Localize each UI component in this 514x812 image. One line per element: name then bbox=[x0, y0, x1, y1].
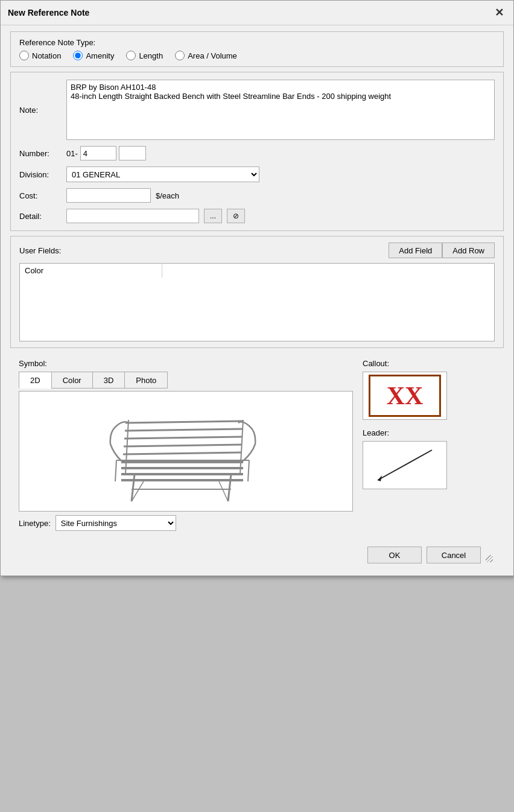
cost-input[interactable] bbox=[66, 188, 151, 203]
user-fields-section: User Fields: Add Field Add Row Color bbox=[10, 236, 504, 348]
division-row: Division: 01 GENERAL 02 SITE WORK 03 CON… bbox=[19, 167, 495, 182]
user-fields-table: Color bbox=[20, 264, 494, 278]
svg-line-18 bbox=[219, 481, 228, 501]
svg-line-15 bbox=[248, 460, 249, 481]
user-fields-buttons: Add Field Add Row bbox=[389, 243, 495, 258]
radio-notation-input[interactable] bbox=[19, 51, 29, 60]
user-field-value[interactable] bbox=[162, 264, 494, 278]
svg-line-3 bbox=[125, 429, 243, 431]
symbol-tab-2d[interactable]: 2D bbox=[19, 372, 51, 389]
note-row: Note: BRP by Bison AH101-48 48-inch Leng… bbox=[19, 80, 495, 140]
radio-length-input[interactable] bbox=[126, 51, 136, 60]
leader-preview bbox=[363, 441, 447, 489]
callout-display: XX bbox=[387, 381, 424, 410]
cost-row: Cost: $/each bbox=[19, 188, 495, 203]
radio-group: Notation Amenity Length Area / Volume bbox=[19, 51, 495, 60]
radio-length-label: Length bbox=[139, 51, 163, 60]
detail-row: Detail: ... ⊘ bbox=[19, 209, 495, 223]
linetype-row: Linetype: Site Furnishings Landscape Civ… bbox=[19, 515, 353, 531]
radio-notation-label: Notation bbox=[32, 51, 61, 60]
linetype-label: Linetype: bbox=[19, 519, 51, 528]
division-select[interactable]: 01 GENERAL 02 SITE WORK 03 CONCRETE 04 M… bbox=[66, 167, 259, 182]
cost-label: Cost: bbox=[19, 191, 62, 200]
svg-line-4 bbox=[124, 437, 242, 439]
callout-section: Callout: XX Leader: bbox=[363, 359, 495, 531]
symbol-tab-color[interactable]: Color bbox=[51, 372, 92, 389]
callout-group: Callout: XX bbox=[363, 359, 495, 420]
note-label: Note: bbox=[19, 106, 62, 115]
user-field-row: Color bbox=[20, 264, 494, 278]
radio-area-volume-label: Area / Volume bbox=[188, 51, 237, 60]
reference-note-type-section: Reference Note Type: Notation Amenity Le… bbox=[10, 31, 504, 67]
reference-note-type-label: Reference Note Type: bbox=[19, 38, 95, 47]
radio-area-volume[interactable]: Area / Volume bbox=[175, 51, 237, 60]
symbol-tabs: 2D Color 3D Photo bbox=[19, 372, 353, 389]
dialog-footer: OK Cancel bbox=[10, 542, 504, 569]
division-label: Division: bbox=[19, 170, 62, 179]
symbol-tab-photo[interactable]: Photo bbox=[124, 372, 168, 389]
callout-outer: XX bbox=[369, 375, 441, 417]
form-section: Note: BRP by Bison AH101-48 48-inch Leng… bbox=[10, 72, 504, 231]
dialog-title: New Reference Note bbox=[8, 8, 89, 17]
svg-line-1 bbox=[240, 420, 243, 474]
svg-line-2 bbox=[125, 421, 243, 423]
symbol-preview bbox=[19, 391, 353, 512]
number-prefix: 01- bbox=[66, 149, 78, 158]
svg-line-14 bbox=[115, 460, 116, 481]
cost-unit: $/each bbox=[156, 191, 179, 200]
add-field-button[interactable]: Add Field bbox=[389, 243, 442, 258]
detail-clear-button[interactable]: ⊘ bbox=[227, 209, 245, 223]
bottom-section: Symbol: 2D Color 3D Photo bbox=[10, 353, 504, 537]
number-input-2[interactable] bbox=[119, 146, 146, 160]
symbol-section: Symbol: 2D Color 3D Photo bbox=[19, 359, 353, 531]
leader-svg bbox=[369, 444, 441, 486]
symbol-label: Symbol: bbox=[19, 359, 353, 368]
svg-line-19 bbox=[378, 450, 432, 480]
note-textarea[interactable]: BRP by Bison AH101-48 48-inch Length Str… bbox=[66, 80, 495, 140]
user-fields-table-container: Color bbox=[19, 263, 495, 341]
new-reference-note-dialog: New Reference Note ✕ Reference Note Type… bbox=[0, 0, 514, 576]
number-input-1[interactable] bbox=[80, 146, 116, 160]
svg-line-6 bbox=[123, 452, 241, 454]
radio-amenity[interactable]: Amenity bbox=[73, 51, 114, 60]
user-fields-header: User Fields: Add Field Add Row bbox=[19, 243, 495, 258]
cancel-button[interactable]: Cancel bbox=[427, 547, 481, 563]
radio-amenity-input[interactable] bbox=[73, 51, 83, 60]
bench-svg bbox=[92, 396, 279, 507]
ok-button[interactable]: OK bbox=[367, 547, 422, 563]
linetype-select[interactable]: Site Furnishings Landscape Civil Archite… bbox=[56, 515, 176, 531]
detail-browse-button[interactable]: ... bbox=[204, 209, 222, 223]
add-row-button[interactable]: Add Row bbox=[442, 243, 495, 258]
svg-line-5 bbox=[124, 445, 241, 446]
svg-line-12 bbox=[228, 474, 231, 501]
radio-notation[interactable]: Notation bbox=[19, 51, 61, 60]
user-fields-label: User Fields: bbox=[19, 246, 61, 255]
radio-amenity-label: Amenity bbox=[86, 51, 114, 60]
leader-label: Leader: bbox=[363, 428, 495, 437]
number-inputs: 01- bbox=[66, 146, 146, 160]
symbol-tab-3d[interactable]: 3D bbox=[92, 372, 125, 389]
radio-length[interactable]: Length bbox=[126, 51, 163, 60]
title-bar: New Reference Note ✕ bbox=[1, 1, 513, 25]
radio-area-volume-input[interactable] bbox=[175, 51, 185, 60]
detail-label: Detail: bbox=[19, 212, 62, 221]
leader-group: Leader: bbox=[363, 428, 495, 489]
number-row: Number: 01- bbox=[19, 146, 495, 160]
resize-grip bbox=[486, 555, 493, 562]
detail-input[interactable] bbox=[66, 209, 199, 223]
user-field-key: Color bbox=[20, 264, 162, 278]
number-label: Number: bbox=[19, 149, 62, 158]
close-button[interactable]: ✕ bbox=[492, 5, 506, 20]
callout-preview: XX bbox=[363, 372, 447, 420]
callout-label: Callout: bbox=[363, 359, 495, 368]
